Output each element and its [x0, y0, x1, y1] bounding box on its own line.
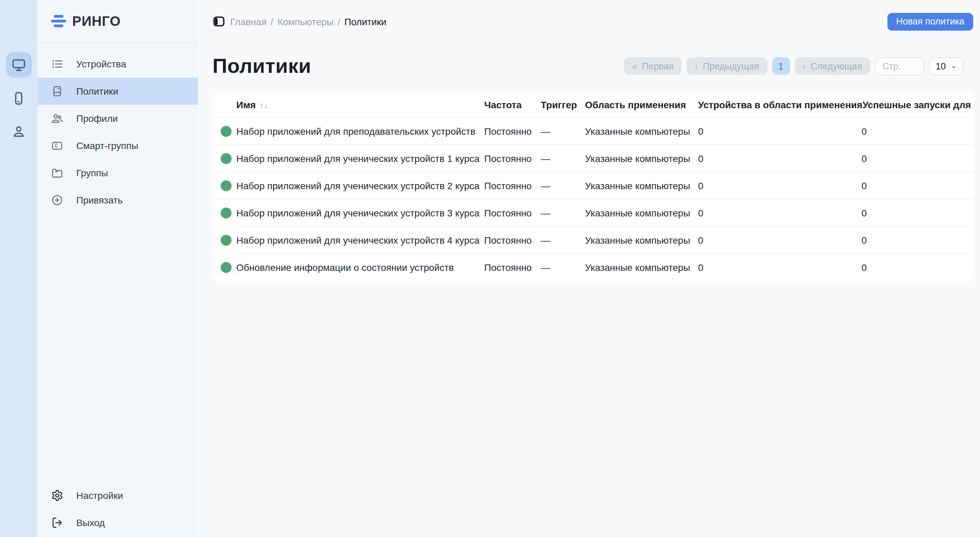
policy-frequency: Постоянно [484, 180, 541, 191]
folder-icon [51, 167, 63, 179]
policy-scope: Указанные компьютеры [585, 235, 698, 245]
brand-logo[interactable]: РИНГО [51, 13, 121, 29]
policy-trigger: — [541, 262, 585, 273]
policy-name: Набор приложений для ученических устройс… [236, 180, 484, 191]
policy-name: Набор приложений для ученических устройс… [236, 235, 484, 245]
first-page-button[interactable]: « Первая [624, 57, 682, 75]
policy-name: Набор приложений для преподавательских у… [236, 126, 484, 137]
status-dot-icon [221, 262, 232, 273]
top-bar: Главная / Компьютеры / Политики Новая по… [198, 0, 980, 43]
sidebar-toggle-icon[interactable] [213, 15, 226, 28]
policy-devices-count: 0 [698, 153, 862, 164]
policy-devices-count: 0 [698, 207, 862, 218]
pagination: « Первая ‹ Предыдущая 1 › Следующая 10 [624, 57, 964, 75]
sidebar-item-smart-groups[interactable]: € Смарт-группы [37, 132, 198, 159]
breadcrumb-computers[interactable]: Компьютеры [277, 16, 333, 27]
trigger-column-header: Триггер [541, 99, 585, 110]
status-dot-icon [221, 126, 232, 137]
policy-name: Обновление информации о состоянии устрой… [236, 262, 484, 273]
sidebar-header: РИНГО [37, 0, 198, 43]
sidebar-item-logout[interactable]: Выход [37, 509, 198, 536]
chevron-down-icon: ⌄ [951, 61, 957, 70]
policy-frequency: Постоянно [484, 235, 541, 245]
policy-scope: Указанные компьютеры [585, 262, 698, 273]
policy-runs-count: 0 [862, 262, 973, 273]
sidebar-item-profiles[interactable]: Профили [37, 105, 198, 132]
logout-icon [51, 516, 63, 529]
plus-circle-icon [51, 194, 63, 206]
sidebar-item-settings[interactable]: Настройки [37, 482, 198, 509]
table-row[interactable]: Набор приложений для ученических устройс… [213, 172, 973, 199]
policy-trigger: — [541, 235, 585, 245]
breadcrumb-home[interactable]: Главная [230, 16, 267, 27]
policy-frequency: Постоянно [484, 262, 541, 273]
breadcrumb-current: Политики [344, 16, 386, 27]
scope-column-header: Область применения [585, 99, 698, 110]
brand-logo-icon [51, 15, 66, 27]
list-icon [51, 58, 63, 70]
user-icon [11, 124, 26, 138]
status-dot-icon [221, 180, 232, 191]
policy-devices-count: 0 [698, 262, 862, 273]
next-page-button[interactable]: › Следующая [794, 57, 870, 75]
policy-scope: Указанные компьютеры [585, 126, 698, 137]
app-root: РИНГО Устройства Политики [0, 0, 980, 537]
prev-page-button[interactable]: ‹ Предыдущая [687, 57, 767, 75]
chevron-right-icon: › [803, 61, 806, 71]
sidebar-item-label: Устройства [76, 59, 126, 70]
sidebar: РИНГО Устройства Политики [37, 0, 198, 537]
new-policy-button[interactable]: Новая политика [888, 13, 973, 30]
sidebar-item-groups[interactable]: Группы [37, 159, 198, 186]
gear-icon [51, 489, 63, 502]
name-column-header: Имя↑↓ [236, 99, 484, 110]
smartphone-icon [11, 91, 26, 105]
policy-name: Набор приложений для ученических устройс… [236, 207, 484, 218]
policy-trigger: — [541, 126, 585, 137]
policy-scope: Указанные компьютеры [585, 153, 698, 164]
page-title: Политики [213, 54, 311, 78]
notebook-icon [51, 85, 63, 97]
status-dot-icon [221, 153, 232, 164]
table-row[interactable]: Набор приложений для ученических устройс… [213, 199, 973, 227]
page-size-select[interactable]: 10 ⌄ [929, 57, 964, 75]
sidebar-item-label: Смарт-группы [76, 140, 138, 151]
frequency-column-header: Частота [484, 99, 541, 110]
policy-devices-count: 0 [698, 180, 862, 191]
policies-table: Имя↑↓ Частота Триггер Область применения… [213, 92, 973, 281]
table-row[interactable]: Набор приложений для ученических устройс… [213, 227, 973, 254]
sidebar-item-label: Настройки [76, 490, 123, 501]
sidebar-item-devices[interactable]: Устройства [37, 50, 198, 78]
svg-text:€: € [55, 143, 58, 149]
policy-trigger: — [541, 153, 585, 164]
rail-item-computers[interactable] [6, 52, 32, 78]
policy-scope: Указанные компьютеры [585, 207, 698, 218]
page-number-input[interactable] [875, 57, 924, 75]
current-page-indicator[interactable]: 1 [772, 57, 790, 75]
status-dot-icon [221, 207, 232, 218]
main-area: Главная / Компьютеры / Политики Новая по… [198, 0, 980, 537]
table-row[interactable]: Набор приложений для преподавательских у… [213, 118, 973, 145]
policy-frequency: Постоянно [484, 126, 541, 137]
status-dot-icon [221, 235, 232, 245]
sidebar-item-label: Группы [76, 167, 108, 178]
sidebar-item-policies[interactable]: Политики [37, 78, 198, 105]
rail-item-users[interactable] [6, 118, 32, 144]
sidebar-item-label: Политики [76, 86, 118, 97]
rail-item-mobile[interactable] [6, 85, 32, 111]
policy-frequency: Постоянно [484, 207, 541, 218]
sort-icon[interactable]: ↑↓ [259, 100, 268, 110]
devices-column-header: Устройства в области применения [698, 99, 862, 110]
policy-trigger: — [541, 180, 585, 191]
policy-scope: Указанные компьютеры [585, 180, 698, 191]
sidebar-item-enroll[interactable]: Привязать [37, 186, 198, 214]
policy-runs-count: 0 [862, 126, 973, 137]
policy-runs-count: 0 [862, 207, 973, 218]
table-row[interactable]: Набор приложений для ученических устройс… [213, 145, 973, 172]
policy-runs-count: 0 [862, 180, 973, 191]
wallet-euro-icon: € [51, 140, 63, 152]
table-row[interactable]: Обновление информации о состоянии устрой… [213, 254, 973, 281]
policy-devices-count: 0 [698, 235, 862, 245]
double-chevron-left-icon: « [632, 61, 638, 71]
policy-runs-count: 0 [862, 235, 973, 245]
policy-name: Набор приложений для ученических устройс… [236, 153, 484, 164]
